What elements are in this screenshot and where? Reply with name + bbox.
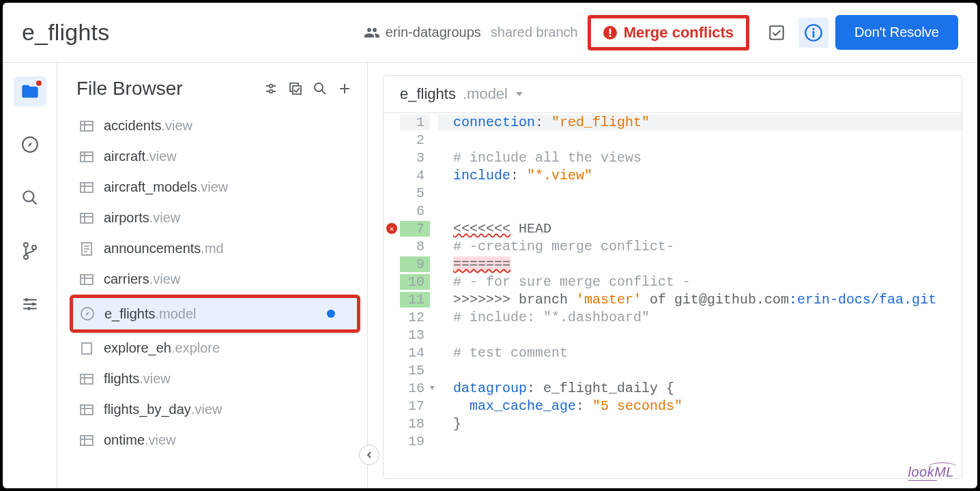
line-content[interactable]: # include all the views — [438, 150, 962, 166]
add-file-button[interactable] — [334, 78, 355, 99]
file-name: aircraft — [104, 149, 145, 164]
code-line[interactable]: 15 — [384, 361, 962, 379]
code-line[interactable]: 1connection: "red_flight" — [384, 113, 962, 131]
line-number: 11 — [400, 292, 430, 308]
line-number: 10 — [400, 274, 430, 290]
line-content[interactable]: max_cache_age: "5 seconds" — [438, 398, 962, 414]
code-line[interactable]: 10# - for sure merge conflict - — [384, 273, 962, 291]
svg-line-10 — [32, 200, 37, 205]
code-line[interactable]: ✕7<<<<<<< HEAD — [384, 220, 962, 237]
plus-icon — [338, 82, 351, 95]
info-button[interactable] — [798, 18, 828, 48]
project-title: e_flights — [22, 19, 109, 46]
line-content[interactable]: # -creating merge conflict- — [438, 239, 962, 254]
line-number: 19 — [400, 434, 430, 449]
rail-compass[interactable] — [14, 130, 46, 160]
line-content[interactable]: datagroup: e_flight_daily { — [438, 381, 962, 396]
line-number: 6 — [400, 203, 430, 219]
svg-rect-18 — [32, 303, 34, 306]
rail-badge — [35, 79, 43, 87]
file-browser-header: File Browser — [57, 63, 367, 110]
line-content[interactable]: # test comment — [438, 345, 962, 361]
code-line[interactable]: 17 max_cache_age: "5 seconds" — [384, 397, 962, 415]
code-line[interactable]: 3# include all the views — [384, 149, 962, 166]
file-item-explore_eh[interactable]: explore_eh.explore — [70, 333, 360, 363]
compass-icon — [21, 136, 39, 153]
file-item-aircraft_models[interactable]: aircraft_models.view — [70, 172, 360, 203]
file-item-airports[interactable]: airports.view — [70, 203, 360, 233]
bulk-select-button[interactable] — [285, 78, 306, 99]
line-content[interactable]: } — [438, 416, 962, 432]
code-line[interactable]: 4include: "*.view" — [384, 166, 962, 184]
line-number: 17 — [400, 398, 430, 414]
file-item-e_flights[interactable]: e_flights.model — [70, 295, 360, 333]
rail-search[interactable] — [14, 183, 46, 213]
code-line[interactable]: 6 — [384, 202, 962, 220]
file-name: ontime — [104, 432, 145, 448]
search-files-button[interactable] — [310, 78, 330, 99]
line-number: 1 — [400, 115, 430, 130]
user-chip[interactable]: erin-datagroups — [364, 25, 481, 41]
code-line[interactable]: 2 — [384, 131, 962, 149]
gutter: ✕ — [384, 223, 400, 234]
code-line[interactable]: 14# test comment — [384, 344, 962, 361]
line-number: 15 — [400, 363, 430, 378]
code-line[interactable]: 18} — [384, 415, 962, 432]
line-content[interactable]: # include: "*.dashboard" — [438, 310, 962, 325]
file-name: aircraft_models — [104, 179, 197, 195]
dont-resolve-button[interactable]: Don't Resolve — [835, 15, 958, 50]
svg-point-23 — [270, 90, 273, 93]
file-item-ontime[interactable]: ontime.view — [70, 425, 360, 456]
svg-rect-30 — [81, 121, 93, 131]
code-editor[interactable]: 1connection: "red_flight"23# include all… — [383, 113, 962, 479]
svg-point-26 — [315, 83, 323, 91]
line-number: 4 — [400, 168, 430, 183]
line-content[interactable]: # - for sure merge conflict - — [438, 274, 962, 290]
code-line[interactable]: 9======= — [384, 255, 962, 273]
file-item-flights[interactable]: flights.view — [70, 363, 360, 394]
code-line[interactable]: 5 — [384, 184, 962, 202]
file-name: airports — [104, 210, 149, 226]
chevron-left-icon — [365, 451, 373, 459]
svg-line-27 — [322, 91, 326, 94]
file-item-accidents[interactable]: accidents.view — [70, 110, 360, 141]
modified-dot — [327, 310, 335, 318]
line-content[interactable]: <<<<<<< HEAD — [438, 221, 962, 237]
file-ext: .view — [197, 179, 229, 195]
collapse-icon — [264, 82, 278, 95]
collapse-tree-button[interactable] — [261, 78, 281, 99]
git-branch-icon — [22, 241, 38, 261]
code-line[interactable]: 12# include: "*.dashboard" — [384, 308, 962, 326]
people-icon — [364, 25, 380, 41]
line-number: 12 — [400, 310, 430, 325]
checkall-icon — [289, 82, 302, 95]
validate-button[interactable] — [762, 18, 792, 48]
code-line[interactable]: 16▼datagroup: e_flight_daily { — [384, 379, 962, 397]
code-line[interactable]: 13 — [384, 326, 962, 344]
code-line[interactable]: 8# -creating merge conflict- — [384, 237, 962, 255]
file-item-aircraft[interactable]: aircraft.view — [70, 141, 360, 172]
rail-settings[interactable] — [14, 289, 46, 319]
file-item-flights_by_day[interactable]: flights_by_day.view — [70, 394, 360, 425]
rail-file-browser[interactable] — [14, 76, 46, 106]
file-name: e_flights — [104, 306, 156, 322]
merge-conflicts-pill[interactable]: Merge conflicts — [588, 15, 749, 50]
rail-git[interactable] — [14, 236, 46, 266]
line-number: 2 — [400, 132, 430, 148]
svg-rect-17 — [25, 298, 27, 301]
code-line[interactable]: 19 — [384, 432, 962, 450]
line-content[interactable]: >>>>>>> branch 'master' of git@github.co… — [438, 292, 962, 308]
collapse-panel-button[interactable] — [359, 445, 379, 465]
file-ext: .view — [145, 432, 176, 448]
sliders-icon — [21, 295, 39, 313]
svg-point-9 — [23, 191, 33, 201]
search-icon — [21, 189, 39, 207]
line-content[interactable]: ======= — [438, 256, 962, 272]
editor-tab[interactable]: e_flights.model — [383, 75, 962, 113]
code-line[interactable]: 11>>>>>>> branch 'master' of git@github.… — [384, 291, 962, 308]
line-number: 7 — [400, 221, 430, 237]
file-item-announcements[interactable]: announcements.md — [70, 233, 360, 264]
file-item-carriers[interactable]: carriers.view — [70, 264, 360, 295]
line-content[interactable]: include: "*.view" — [438, 168, 962, 183]
line-content[interactable]: connection: "red_flight" — [438, 115, 962, 130]
